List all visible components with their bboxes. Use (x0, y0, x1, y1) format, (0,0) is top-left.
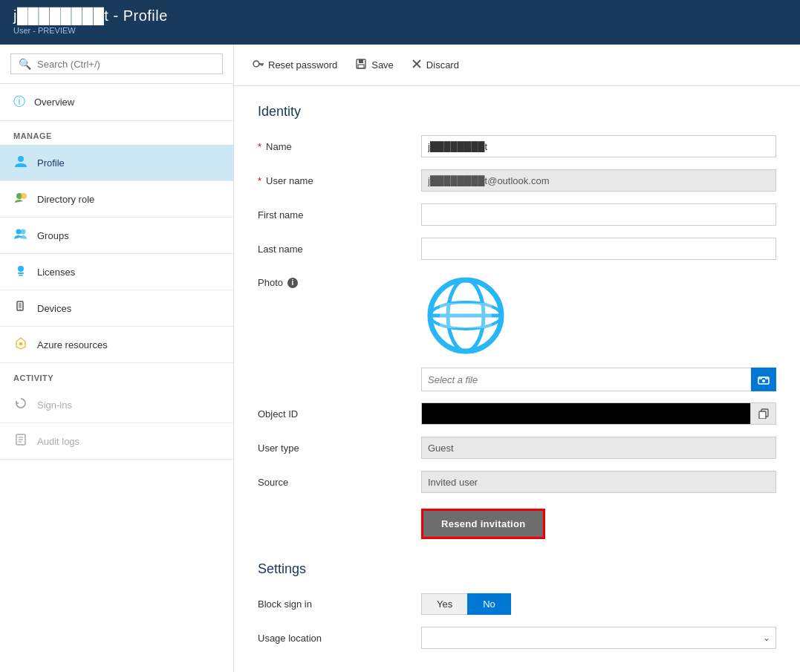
file-input[interactable] (421, 368, 751, 391)
usage-location-field: ⌄ (421, 627, 776, 649)
app-header: j████████t - Profile User - PREVIEW (0, 0, 800, 45)
source-row: Source (258, 470, 776, 494)
user-type-field (421, 437, 776, 459)
toolbar: Reset password Save Discard (234, 45, 800, 86)
name-required-star: * (258, 141, 261, 152)
sidebar-item-audit-logs: Audit logs (0, 423, 233, 460)
key-icon (252, 58, 264, 72)
sidebar-item-overview[interactable]: ⓘ Overview (0, 84, 233, 121)
svg-rect-9 (19, 303, 22, 308)
search-input[interactable] (37, 59, 215, 70)
resend-invitation-button[interactable]: Resend invitation (421, 509, 545, 539)
identity-section-title: Identity (258, 104, 776, 120)
licenses-icon (13, 263, 28, 281)
svg-rect-23 (358, 65, 364, 68)
object-id-label: Object ID (258, 408, 421, 420)
search-wrapper[interactable]: 🔍 (10, 53, 223, 74)
sidebar-item-azure-resources-label: Azure resources (37, 339, 108, 350)
block-sign-in-no-button[interactable]: No (467, 593, 511, 615)
lastname-input[interactable] (421, 238, 776, 260)
file-browse-button[interactable] (751, 368, 776, 391)
reset-password-button[interactable]: Reset password (252, 55, 337, 75)
firstname-field (421, 203, 776, 226)
source-field (421, 471, 776, 493)
sidebar-item-audit-logs-label: Audit logs (37, 436, 79, 447)
firstname-row: First name (258, 203, 776, 226)
name-row: * Name (258, 134, 776, 158)
sidebar-item-sign-ins: Sign-ins (0, 387, 233, 423)
username-required-star: * (258, 175, 261, 186)
lastname-field (421, 238, 776, 260)
svg-point-5 (18, 266, 24, 272)
svg-point-10 (19, 309, 21, 310)
search-box: 🔍 (0, 45, 233, 84)
form-content: Identity * Name * User name (234, 86, 800, 672)
usage-location-row: Usage location ⌄ (258, 626, 776, 650)
block-sign-in-yes-button[interactable]: Yes (421, 593, 467, 615)
manage-section-label: MANAGE (0, 121, 233, 145)
info-icon: ⓘ (13, 94, 25, 110)
sidebar-item-groups[interactable]: Groups (0, 218, 233, 254)
object-id-field (421, 402, 776, 425)
usage-location-select[interactable] (421, 627, 776, 649)
source-input (421, 471, 776, 493)
svg-rect-6 (18, 273, 24, 274)
audit-logs-icon (13, 432, 28, 450)
page-subtitle: User - PREVIEW (13, 26, 787, 35)
sidebar-item-directory-role[interactable]: Directory role (0, 181, 233, 218)
object-id-row: Object ID (258, 402, 776, 425)
sidebar-item-profile-label: Profile (37, 157, 65, 169)
photo-field (421, 271, 776, 391)
resend-invitation-row: Resend invitation (258, 504, 776, 544)
svg-rect-7 (19, 275, 23, 276)
svg-point-17 (253, 61, 259, 67)
firstname-label: First name (258, 209, 421, 221)
photo-info-icon[interactable]: i (287, 278, 298, 288)
sidebar-item-licenses[interactable]: Licenses (0, 254, 233, 290)
sidebar-item-directory-role-label: Directory role (37, 194, 94, 205)
username-row: * User name (258, 169, 776, 192)
save-label: Save (371, 59, 394, 71)
discard-label: Discard (426, 59, 459, 71)
user-type-input (421, 437, 776, 459)
lastname-label: Last name (258, 244, 421, 255)
source-label: Source (258, 477, 421, 488)
content-area: Reset password Save Discard Identity (234, 45, 800, 672)
globe-icon (421, 271, 510, 360)
sidebar-item-groups-label: Groups (37, 230, 69, 241)
discard-icon (412, 59, 422, 71)
save-button[interactable]: Save (355, 55, 394, 75)
user-type-row: User type (258, 436, 776, 460)
object-id-input (421, 402, 751, 425)
username-label: * User name (258, 175, 421, 186)
user-type-label: User type (258, 443, 421, 454)
sign-ins-icon (13, 396, 28, 414)
sidebar-item-devices-label: Devices (37, 303, 71, 314)
sidebar-item-azure-resources[interactable]: Azure resources (0, 327, 233, 363)
username-field (421, 169, 776, 192)
overview-label: Overview (34, 97, 74, 108)
sidebar-item-profile[interactable]: Profile (0, 145, 233, 181)
sidebar-item-sign-ins-label: Sign-ins (37, 399, 72, 411)
azure-resources-icon (13, 336, 28, 353)
svg-rect-22 (359, 59, 363, 63)
svg-rect-30 (440, 303, 492, 328)
search-icon: 🔍 (19, 58, 31, 70)
page-title: j████████t - Profile (13, 7, 787, 25)
username-input (421, 169, 776, 192)
copy-object-id-button[interactable] (751, 402, 776, 425)
firstname-input[interactable] (421, 203, 776, 226)
object-id-input-group (421, 402, 776, 425)
devices-icon (13, 299, 28, 317)
save-icon (355, 58, 367, 72)
name-input[interactable] (421, 135, 776, 157)
name-label: * Name (258, 141, 421, 152)
svg-point-4 (21, 229, 26, 235)
sidebar-item-devices[interactable]: Devices (0, 290, 233, 327)
resend-invitation-field: Resend invitation (421, 509, 776, 539)
sidebar-item-licenses-label: Licenses (37, 267, 75, 278)
photo-label: Photo i (258, 271, 421, 288)
file-select-row (421, 368, 776, 391)
svg-point-12 (19, 342, 23, 346)
discard-button[interactable]: Discard (412, 56, 459, 74)
